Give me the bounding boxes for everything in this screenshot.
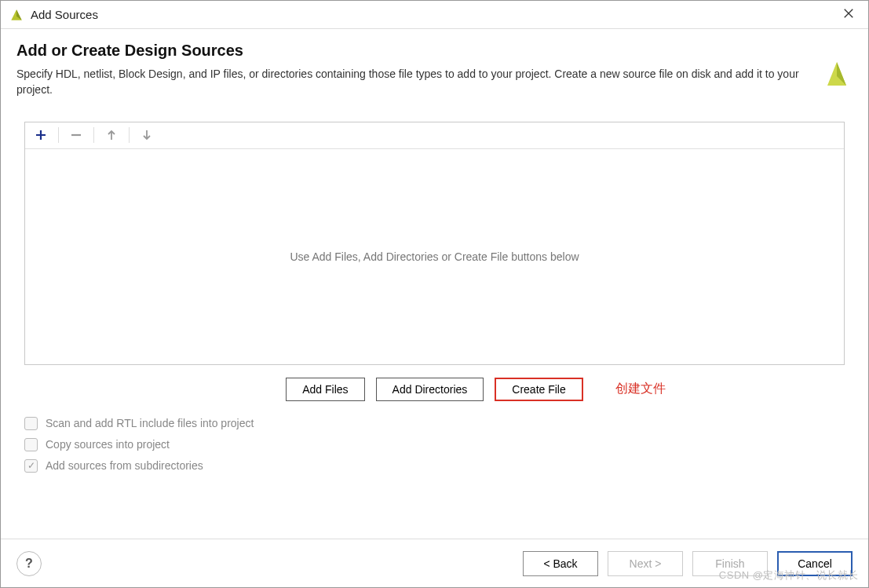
action-row: Add Files Add Directories Create File 创建… [24, 378, 845, 401]
toolbar-separator [93, 127, 94, 143]
page-description: Specify HDL, netlist, Block Design, and … [16, 66, 801, 98]
add-directories-button[interactable]: Add Directories [376, 378, 484, 401]
content-area: Use Add Files, Add Directories or Create… [1, 106, 868, 539]
cancel-button[interactable]: Cancel [777, 551, 853, 576]
checkbox-icon [24, 459, 38, 473]
header: Add or Create Design Sources Specify HDL… [1, 29, 868, 106]
sources-list-panel: Use Add Files, Add Directories or Create… [24, 122, 845, 365]
chk-label: Add sources from subdirectories [46, 459, 203, 472]
window-title: Add Sources [31, 8, 837, 21]
back-button[interactable]: < Back [523, 551, 598, 576]
move-down-icon[interactable] [137, 126, 156, 144]
wizard-footer: ? < Back Next > Finish Cancel [1, 539, 868, 587]
chk-copy-sources[interactable]: Copy sources into project [24, 438, 845, 451]
add-files-button[interactable]: Add Files [286, 378, 364, 401]
toolbar-separator [58, 127, 59, 143]
chk-label: Scan and add RTL include files into proj… [46, 417, 254, 429]
chk-add-subdirs[interactable]: Add sources from subdirectories [24, 459, 845, 473]
sources-list-empty: Use Add Files, Add Directories or Create… [25, 149, 844, 364]
empty-hint: Use Add Files, Add Directories or Create… [290, 250, 579, 263]
chk-label: Copy sources into project [46, 438, 170, 451]
page-heading: Add or Create Design Sources [16, 42, 812, 60]
close-icon[interactable] [837, 3, 860, 26]
help-button[interactable]: ? [16, 551, 42, 576]
finish-button: Finish [692, 551, 768, 576]
add-icon[interactable] [31, 126, 50, 144]
titlebar: Add Sources [1, 1, 868, 29]
annotation-create-file: 创建文件 [615, 381, 666, 397]
chk-scan-rtl[interactable]: Scan and add RTL include files into proj… [24, 417, 845, 430]
checkbox-icon [24, 438, 38, 451]
remove-icon[interactable] [67, 126, 86, 144]
move-up-icon[interactable] [102, 126, 121, 144]
checkbox-icon [24, 417, 38, 430]
add-sources-dialog: Add Sources Add or Create Design Sources… [0, 0, 869, 588]
list-toolbar [25, 122, 844, 149]
app-icon [9, 7, 24, 23]
checkbox-group: Scan and add RTL include files into proj… [24, 417, 845, 473]
brand-icon [821, 57, 853, 89]
create-file-button[interactable]: Create File [495, 378, 582, 401]
toolbar-separator [129, 127, 130, 143]
next-button: Next > [608, 551, 683, 576]
